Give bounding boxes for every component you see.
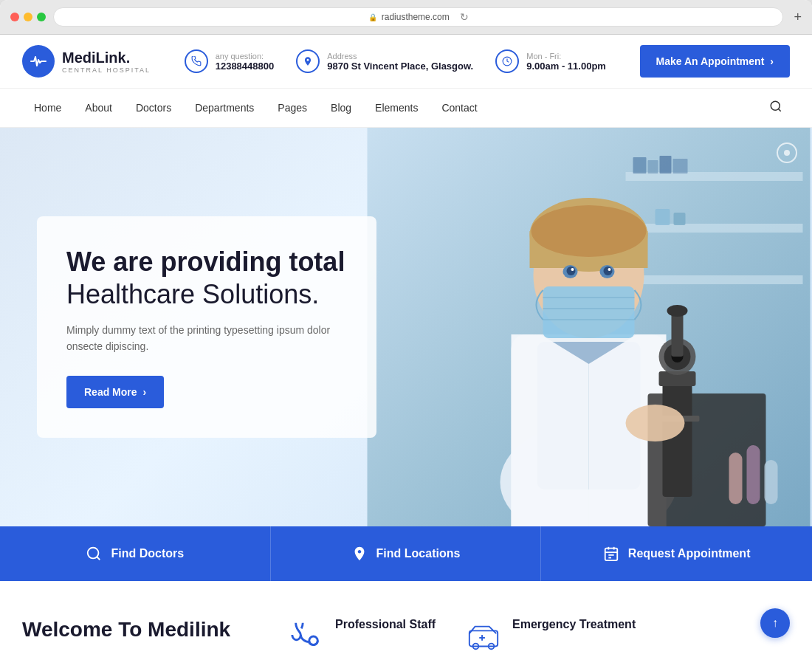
welcome-features: Professional Staff [288,618,790,655]
find-locations-label: Find Locations [376,547,461,560]
svg-point-27 [608,268,611,271]
back-to-top-button[interactable]: ↑ [760,608,790,638]
clock-icon [495,49,519,73]
search-doctors-icon [86,546,102,562]
nav-doctors[interactable]: Doctors [124,89,183,127]
svg-rect-38 [672,312,684,357]
svg-line-46 [97,557,100,560]
browser-dots [10,13,46,21]
search-icon [769,100,782,113]
hours-info: Mon - Fri: 9.00am - 11.00pm [526,52,606,72]
svg-point-45 [88,548,99,559]
logo-subtitle: CENTRAL HOSPITAL [62,66,151,75]
feature-professional-staff: Professional Staff [288,618,436,655]
svg-marker-16 [512,334,589,526]
request-appointment-button[interactable]: Request Appointment [541,526,812,581]
svg-line-2 [778,109,780,111]
reload-button[interactable]: ↻ [460,11,469,23]
find-locations-button[interactable]: Find Locations [271,526,542,581]
address-label: Address [327,52,473,61]
location-icon [351,546,368,562]
phone-label: any question: [216,52,275,61]
emergency-treatment-title: Emergency Treatment [512,618,636,631]
hours-contact: Mon - Fri: 9.00am - 11.00pm [495,49,606,73]
nav-blog[interactable]: Blog [319,89,363,127]
site-content: MediLink. CENTRAL HOSPITAL any question:… [0,35,812,660]
arrow-icon: › [770,55,774,67]
welcome-title: Welcome To Medilink [22,618,258,642]
lock-icon: 🔒 [368,13,377,21]
logo-text: MediLink. CENTRAL HOSPITAL [62,49,151,75]
nav-elements[interactable]: Elements [363,89,430,127]
read-more-label: Read More [84,386,137,398]
dot-yellow[interactable] [24,13,32,21]
appointment-icon [603,546,619,562]
browser-chrome: 🔒 radiustheme.com ↻ + [0,0,812,35]
phone-contact: any question: 12388448800 [185,49,275,73]
topbar: MediLink. CENTRAL HOSPITAL any question:… [0,35,812,89]
nav-pages[interactable]: Pages [266,89,319,127]
chevron-up-icon: ↑ [772,616,778,630]
address-contact: Address 9870 St Vincent Place, Glasgow. [296,49,473,73]
logo-name: MediLink. [62,49,151,66]
svg-rect-42 [747,445,760,504]
request-appointment-label: Request Appointment [628,547,751,560]
svg-rect-28 [543,286,635,338]
make-appointment-button[interactable]: Make An Appointment › [640,45,790,78]
svg-rect-6 [626,275,803,284]
svg-point-24 [567,267,576,275]
address-icon [296,49,320,73]
svg-rect-41 [729,453,743,504]
slide-indicator[interactable] [777,142,797,163]
svg-point-39 [667,305,688,317]
address-bar[interactable]: 🔒 radiustheme.com ↻ [53,7,783,27]
search-button[interactable] [762,92,790,124]
svg-rect-12 [674,213,686,225]
svg-rect-9 [660,156,672,173]
svg-rect-43 [765,460,778,504]
phone-icon [185,49,208,73]
phone-number: 12388448800 [216,61,275,72]
quick-actions-bar: Find Doctors Find Locations Request Appo… [0,526,812,581]
svg-rect-10 [673,159,688,173]
svg-point-44 [626,405,685,441]
hero-description: Mimply dummy text of the printing typese… [66,322,347,355]
hero-title-light: Healthcare Solutions. [66,278,347,310]
nav-about[interactable]: About [73,89,124,127]
feature-emergency: Emergency Treatment [465,618,636,655]
find-doctors-label: Find Doctors [111,547,184,560]
svg-rect-11 [656,209,670,225]
read-more-button[interactable]: Read More › [66,376,164,408]
hero-content: We are providing total Healthcare Soluti… [0,128,447,526]
welcome-section: Welcome To Medilink Professional Staff [0,581,812,660]
svg-point-25 [604,267,613,275]
feature-emergency-text: Emergency Treatment [512,618,636,631]
hours-label: Mon - Fri: [526,52,606,61]
svg-rect-7 [633,157,647,173]
browser-window: 🔒 radiustheme.com ↻ + MediLink. CENTRAL … [0,0,812,660]
nav-contact[interactable]: Contact [430,89,489,127]
svg-rect-8 [648,160,658,173]
contact-items: any question: 12388448800 Address 9870 S… [185,49,606,73]
nav-departments[interactable]: Departments [183,89,266,127]
ambulance-icon [465,618,502,655]
hours-value: 9.00am - 11.00pm [526,61,606,72]
logo-icon [22,45,55,78]
svg-rect-5 [626,224,803,233]
hero-title-bold: We are providing total [66,246,347,278]
read-more-arrow: › [143,386,147,398]
find-doctors-button[interactable]: Find Doctors [0,526,271,581]
phone-info: any question: 12388448800 [216,52,275,72]
dot-green[interactable] [37,13,46,21]
nav-links: Home About Doctors Departments Pages Blo… [22,89,489,127]
svg-point-26 [571,268,574,271]
svg-point-1 [771,101,780,110]
address-value: 9870 St Vincent Place, Glasgow. [327,61,473,72]
dot-red[interactable] [10,13,19,21]
logo-area[interactable]: MediLink. CENTRAL HOSPITAL [22,45,151,78]
professional-staff-title: Professional Staff [335,618,436,631]
nav-home[interactable]: Home [22,89,73,127]
slide-dot [784,150,790,156]
svg-point-21 [531,205,647,257]
new-tab-button[interactable]: + [794,10,802,25]
